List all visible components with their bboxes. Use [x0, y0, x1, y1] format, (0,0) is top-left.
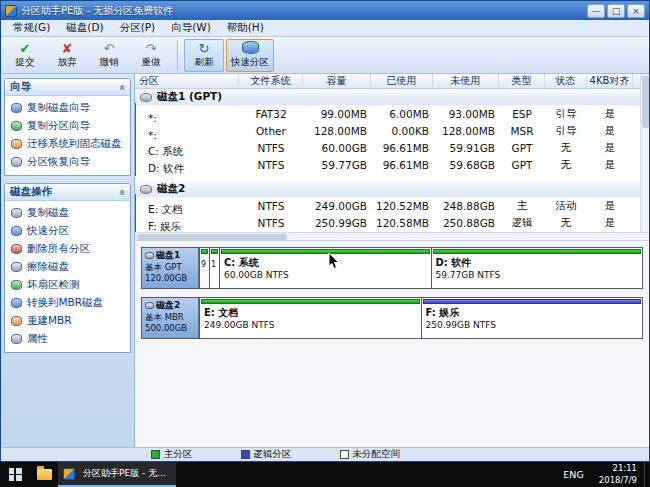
cell-type: ESP [499, 108, 545, 120]
commit-button[interactable]: ✔ 提交 [5, 39, 45, 72]
sidebar-item-label: 分区恢复向导 [27, 155, 90, 169]
col-header-unused[interactable]: 未使用 [433, 74, 499, 88]
legend-unallocated-label: 未分配空间 [353, 448, 401, 461]
toolbar-separator [177, 40, 178, 70]
partition-block-e[interactable]: E: 文档 249.00GB NTFS [199, 298, 421, 338]
disk1-group-label: 磁盘1 (GPT) [157, 90, 222, 104]
windows-logo-icon [9, 468, 22, 481]
partition-block-c[interactable]: C: 系统 60.00GB NTFS [219, 248, 431, 288]
start-button[interactable] [0, 462, 30, 487]
taskbar-clock[interactable]: 21:11 2018/7/9 [592, 462, 644, 487]
sidebar-item-rebuild-mbr[interactable]: 重建MBR [5, 312, 130, 330]
copy-disk-wizard-icon [11, 103, 22, 113]
col-header-type[interactable]: 类型 [499, 74, 545, 88]
partition-row-f[interactable]: F: 娱乐 NTFS 250.99GB 120.58MB 250.88GB 逻辑… [135, 214, 640, 231]
close-button[interactable]: × [627, 4, 645, 18]
close-icon: × [632, 6, 640, 16]
sidebar-item-bad-sector-test[interactable]: 坏扇区检测 [5, 276, 130, 294]
quick-partition-button[interactable]: 快速分区 [226, 39, 274, 72]
legend-primary: 主分区 [151, 448, 193, 461]
partition-block-name: D: 软件 [436, 257, 641, 270]
unallocated-swatch [340, 450, 349, 459]
logical-partition-strip [423, 299, 642, 304]
wizard-panel-header[interactable]: 向导 « [5, 79, 130, 96]
cell-type: 逻辑 [499, 216, 545, 230]
cell-used: 120.58MB [371, 217, 433, 229]
copy-partition-wizard-icon [11, 121, 22, 131]
menu-wizard[interactable]: 向导(W) [163, 20, 219, 36]
sidebar-item-quick-partition[interactable]: 快速分区 [5, 222, 130, 240]
cell-used: 96.61MB [371, 142, 433, 154]
col-header-used[interactable]: 已使用 [371, 74, 433, 88]
sidebar-item-label: 迁移系统到固态磁盘 [27, 137, 122, 151]
undo-label: 撤销 [100, 56, 119, 69]
partition-block-esp[interactable]: 9 [199, 248, 209, 288]
window-title: 分区助手PE版 - 无损分区免费软件 [21, 4, 587, 18]
redo-button[interactable]: ↷ 重做 [131, 39, 171, 72]
language-indicator[interactable]: ENG [555, 462, 591, 487]
horizontal-scrollbar-thumb[interactable] [137, 234, 287, 240]
vertical-scrollbar[interactable] [640, 74, 649, 232]
collapse-icon: « [116, 84, 127, 90]
minimize-button[interactable]: — [587, 4, 605, 18]
cell-4kb: 是 [587, 141, 633, 155]
refresh-button[interactable]: ↻ 刷新 [184, 39, 224, 72]
file-explorer-button[interactable] [30, 462, 58, 487]
menu-disk[interactable]: 磁盘(D) [58, 20, 111, 36]
sidebar-item-properties[interactable]: 属性 [5, 330, 130, 348]
partition-row-d[interactable]: D: 软件 NTFS 59.77GB 96.61MB 59.68GB GPT 无… [135, 156, 640, 173]
partition-block-msr[interactable]: 1 [209, 248, 219, 288]
sidebar-item-copy-disk-wizard[interactable]: 复制磁盘向导 [5, 99, 130, 117]
col-header-status[interactable]: 状态 [545, 74, 587, 88]
partition-block-d[interactable]: D: 软件 59.77GB NTFS [431, 248, 643, 288]
col-header-4kb[interactable]: 4KB对齐 [587, 74, 633, 88]
legend-primary-label: 主分区 [164, 448, 193, 461]
undo-button[interactable]: ↶ 撤销 [89, 39, 129, 72]
cell-used: 6.00MB [371, 108, 433, 120]
tiny-partition-label: 9 [201, 260, 206, 269]
sidebar-item-migrate-os-ssd[interactable]: 迁移系统到固态磁盘 [5, 135, 130, 153]
cell-capacity: 59.77GB [303, 159, 371, 171]
sidebar-item-wipe-disk[interactable]: 擦除磁盘 [5, 258, 130, 276]
col-header-filesystem[interactable]: 文件系统 [239, 74, 303, 88]
disk-operations-header[interactable]: 磁盘操作 « [5, 184, 130, 201]
col-header-partition[interactable]: 分区 [135, 74, 239, 88]
clock-date: 2018/7/9 [599, 475, 637, 486]
sidebar-item-copy-partition-wizard[interactable]: 复制分区向导 [5, 117, 130, 135]
vertical-scrollbar-thumb[interactable] [642, 76, 649, 128]
horizontal-scrollbar[interactable] [135, 232, 649, 241]
menu-general[interactable]: 常规(G) [5, 20, 58, 36]
sidebar-item-delete-all-partitions[interactable]: 删除所有分区 [5, 240, 130, 258]
menu-partition[interactable]: 分区(P) [112, 20, 164, 36]
cell-type: MSR [499, 125, 545, 137]
disk1-name: 磁盘1 [156, 250, 180, 262]
legend-logical-label: 逻辑分区 [254, 448, 292, 461]
cell-unused: 59.68GB [433, 159, 499, 171]
taskbar-app-button[interactable]: 分区助手PE版 - 无... [58, 462, 176, 487]
partition-block-name: E: 文档 [204, 307, 419, 320]
menu-bar: 常规(G) 磁盘(D) 分区(P) 向导(W) 帮助(H) [1, 20, 649, 37]
primary-partition-strip [201, 249, 208, 254]
maximize-button[interactable]: □ [607, 4, 625, 18]
partition-block-name: C: 系统 [224, 257, 429, 270]
disk1-label[interactable]: 磁盘1 基本 GPT 120.00GB [142, 248, 199, 288]
quick-partition-side-icon [11, 226, 22, 236]
disk2-label[interactable]: 磁盘2 基本 MBR 500.00GB [142, 298, 199, 338]
quick-partition-label: 快速分区 [231, 56, 269, 69]
disk-operations-body: 复制磁盘 快速分区 删除所有分区 擦除磁盘 [5, 201, 130, 352]
menu-help[interactable]: 帮助(H) [219, 20, 272, 36]
cell-status: 无 [545, 158, 587, 172]
discard-button[interactable]: ✘ 放弃 [47, 39, 87, 72]
partition-block-f[interactable]: F: 娱乐 250.99GB NTFS [421, 298, 643, 338]
cell-used: 120.52MB [371, 200, 433, 212]
sidebar-item-partition-recovery[interactable]: 分区恢复向导 [5, 153, 130, 171]
delete-all-partitions-icon [11, 244, 22, 254]
sidebar-item-copy-disk[interactable]: 复制磁盘 [5, 204, 130, 222]
discard-icon: ✘ [62, 41, 73, 56]
primary-partition-strip [221, 249, 430, 254]
col-header-capacity[interactable]: 容量 [303, 74, 371, 88]
disk-icon [145, 252, 154, 259]
sidebar-item-convert-to-mbr[interactable]: 转换到MBR磁盘 [5, 294, 130, 312]
table-header: 分区 文件系统 容量 已使用 未使用 类型 状态 4KB对齐 [135, 74, 640, 89]
show-desktop-button[interactable] [644, 462, 650, 487]
